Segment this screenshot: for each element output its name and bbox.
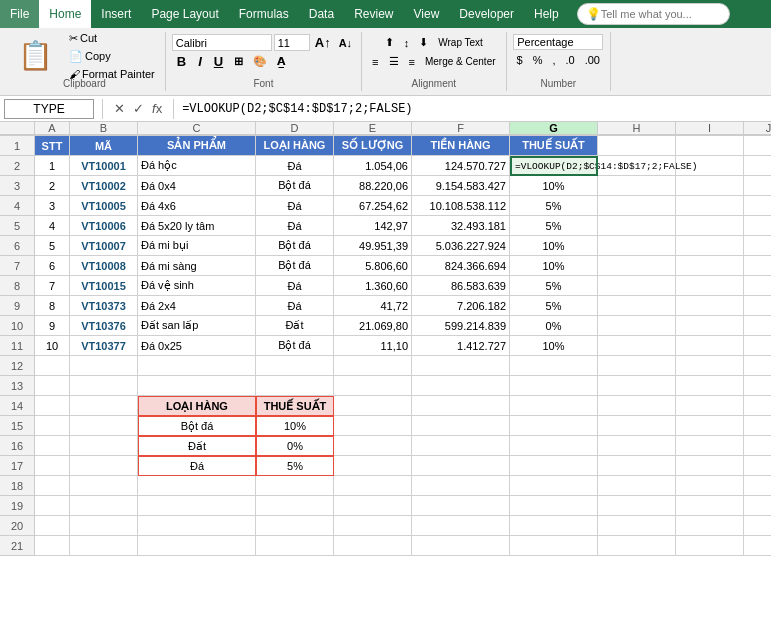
cell-e17[interactable] <box>334 456 412 476</box>
tab-insert[interactable]: Insert <box>91 0 141 28</box>
cell-b16[interactable] <box>70 436 138 456</box>
cell-b10[interactable]: VT10376 <box>70 316 138 336</box>
col-header-e[interactable]: E <box>334 122 412 135</box>
tab-formulas[interactable]: Formulas <box>229 0 299 28</box>
cell-i14[interactable] <box>676 396 744 416</box>
decrease-decimal-button[interactable]: .0 <box>562 52 579 68</box>
cell-i11[interactable] <box>676 336 744 356</box>
cell-f13[interactable] <box>412 376 510 396</box>
cell-j9[interactable] <box>744 296 771 316</box>
cell-d13[interactable] <box>256 376 334 396</box>
cell-f9[interactable]: 7.206.182 <box>412 296 510 316</box>
cell-g17[interactable] <box>510 456 598 476</box>
cell-b11[interactable]: VT10377 <box>70 336 138 356</box>
italic-button[interactable]: I <box>193 53 207 70</box>
cancel-formula-icon[interactable]: ✕ <box>111 100 128 117</box>
cell-i3[interactable] <box>676 176 744 196</box>
cell-c17[interactable]: Đá <box>138 456 256 476</box>
cell-j4[interactable] <box>744 196 771 216</box>
cell-g8[interactable]: 5% <box>510 276 598 296</box>
cell-b5[interactable]: VT10006 <box>70 216 138 236</box>
cell-f17[interactable] <box>412 456 510 476</box>
cell-c5[interactable]: Đá 5x20 ly tâm <box>138 216 256 236</box>
cell-c8[interactable]: Đá vệ sinh <box>138 276 256 296</box>
cell-d5[interactable]: Đá <box>256 216 334 236</box>
decrease-font-button[interactable]: A↓ <box>336 34 355 51</box>
cell-f4[interactable]: 10.108.538.112 <box>412 196 510 216</box>
fill-color-button[interactable]: 🎨 <box>249 53 271 70</box>
cell-f14[interactable] <box>412 396 510 416</box>
tab-page-layout[interactable]: Page Layout <box>141 0 228 28</box>
tab-file[interactable]: File <box>0 0 39 28</box>
cell-a15[interactable] <box>35 416 70 436</box>
cell-g7[interactable]: 10% <box>510 256 598 276</box>
cell-f16[interactable] <box>412 436 510 456</box>
cell-c11[interactable]: Đá 0x25 <box>138 336 256 356</box>
cell-i15[interactable] <box>676 416 744 436</box>
cell-b3[interactable]: VT10002 <box>70 176 138 196</box>
cell-j5[interactable] <box>744 216 771 236</box>
cell-e15[interactable] <box>334 416 412 436</box>
formula-input[interactable] <box>178 100 771 118</box>
cell-h3[interactable] <box>598 176 676 196</box>
align-top-button[interactable]: ⬆ <box>381 34 398 51</box>
cell-a1[interactable]: STT <box>35 136 70 156</box>
cell-f11[interactable]: 1.412.727 <box>412 336 510 356</box>
cut-button[interactable]: ✂ ✂ Cut Cut <box>65 30 159 47</box>
cell-b17[interactable] <box>70 456 138 476</box>
cell-b8[interactable]: VT10015 <box>70 276 138 296</box>
cell-g9[interactable]: 5% <box>510 296 598 316</box>
bold-button[interactable]: B <box>172 53 191 70</box>
cell-h9[interactable] <box>598 296 676 316</box>
cell-d12[interactable] <box>256 356 334 376</box>
cell-b13[interactable] <box>70 376 138 396</box>
cell-f7[interactable]: 824.366.694 <box>412 256 510 276</box>
cell-j14[interactable] <box>744 396 771 416</box>
cell-a9[interactable]: 8 <box>35 296 70 316</box>
copy-button[interactable]: 📄 Copy <box>65 48 159 65</box>
cell-h13[interactable] <box>598 376 676 396</box>
cell-a8[interactable]: 7 <box>35 276 70 296</box>
col-header-c[interactable]: C <box>138 122 256 135</box>
cell-j17[interactable] <box>744 456 771 476</box>
col-header-j[interactable]: J <box>744 122 771 135</box>
cell-e9[interactable]: 41,72 <box>334 296 412 316</box>
cell-b1[interactable]: MÃ <box>70 136 138 156</box>
cell-e1[interactable]: SỐ LƯỢNG <box>334 136 412 156</box>
border-button[interactable]: ⊞ <box>230 53 247 70</box>
cell-d6[interactable]: Bột đá <box>256 236 334 256</box>
cell-f10[interactable]: 599.214.839 <box>412 316 510 336</box>
tab-review[interactable]: Review <box>344 0 403 28</box>
col-header-i[interactable]: I <box>676 122 744 135</box>
cell-f12[interactable] <box>412 356 510 376</box>
cell-e8[interactable]: 1.360,60 <box>334 276 412 296</box>
cell-h8[interactable] <box>598 276 676 296</box>
cell-a14[interactable] <box>35 396 70 416</box>
align-center-button[interactable]: ☰ <box>385 53 403 70</box>
cell-i13[interactable] <box>676 376 744 396</box>
cell-g15[interactable] <box>510 416 598 436</box>
cell-g16[interactable] <box>510 436 598 456</box>
cell-f8[interactable]: 86.583.639 <box>412 276 510 296</box>
cell-e11[interactable]: 11,10 <box>334 336 412 356</box>
cell-b4[interactable]: VT10005 <box>70 196 138 216</box>
font-name-input[interactable] <box>172 34 272 51</box>
cell-b6[interactable]: VT10007 <box>70 236 138 256</box>
cell-e2[interactable]: 1.054,06 <box>334 156 412 176</box>
cell-a7[interactable]: 6 <box>35 256 70 276</box>
cell-a4[interactable]: 3 <box>35 196 70 216</box>
cell-d10[interactable]: Đất <box>256 316 334 336</box>
cell-j7[interactable] <box>744 256 771 276</box>
cell-i6[interactable] <box>676 236 744 256</box>
cell-a6[interactable]: 5 <box>35 236 70 256</box>
cell-f3[interactable]: 9.154.583.427 <box>412 176 510 196</box>
cell-e6[interactable]: 49.951,39 <box>334 236 412 256</box>
cell-c13[interactable] <box>138 376 256 396</box>
cell-a13[interactable] <box>35 376 70 396</box>
cell-h12[interactable] <box>598 356 676 376</box>
cell-e10[interactable]: 21.069,80 <box>334 316 412 336</box>
cell-a11[interactable]: 10 <box>35 336 70 356</box>
cell-c7[interactable]: Đá mi sàng <box>138 256 256 276</box>
cell-c14[interactable]: LOẠI HÀNG <box>138 396 256 416</box>
percent-button[interactable]: % <box>529 52 547 68</box>
